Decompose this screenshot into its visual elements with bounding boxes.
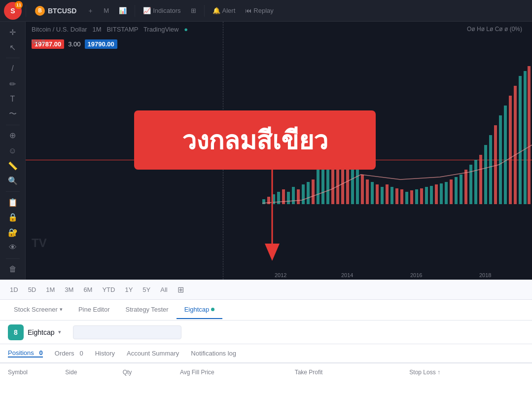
- year-2014: 2014: [341, 272, 353, 278]
- tab-eightcap-label: Eightcap: [184, 306, 210, 313]
- broker-search-input[interactable]: [73, 325, 181, 339]
- period-1y[interactable]: 1Y: [121, 284, 137, 295]
- timeframe-label: M: [104, 7, 109, 14]
- svg-rect-27: [395, 188, 398, 204]
- trash-tool[interactable]: 🗑: [4, 262, 22, 276]
- svg-rect-25: [386, 184, 389, 204]
- pattern-tool[interactable]: 〜: [4, 107, 22, 121]
- apps-button[interactable]: ⊞: [187, 5, 200, 16]
- column-headers: Symbol Side Qty Avg Fill Price Take Prof…: [0, 363, 532, 381]
- svg-rect-18: [351, 165, 354, 204]
- tab-eightcap[interactable]: Eightcap: [177, 301, 223, 319]
- indicators-button[interactable]: 📈 Indicators: [139, 5, 184, 16]
- tab-stock-screener[interactable]: Stock Screener ▾: [6, 301, 71, 319]
- tab-pine-editor-label: Pine Editor: [78, 306, 110, 313]
- orders-count: 0: [79, 350, 83, 357]
- broker-bar: 8 Eightcap ▾: [0, 321, 532, 344]
- tab-stock-screener-dropdown[interactable]: ▾: [60, 306, 63, 313]
- svg-rect-51: [514, 86, 517, 204]
- positions-tab[interactable]: Positions 0: [8, 349, 43, 357]
- svg-rect-40: [460, 175, 462, 204]
- tv-watermark: TV: [32, 236, 47, 250]
- period-ytd[interactable]: YTD: [98, 284, 119, 295]
- indicators-label: Indicators: [153, 7, 180, 14]
- draw-tool[interactable]: ✏: [4, 77, 22, 91]
- period-1m[interactable]: 1M: [42, 284, 59, 295]
- broker-name: Eightcap: [28, 328, 54, 336]
- add-symbol-button[interactable]: ＋: [83, 4, 98, 17]
- timeframe-button[interactable]: M: [100, 5, 113, 16]
- sidebar-divider-2: [6, 125, 20, 125]
- replay-button[interactable]: ⏮ Replay: [241, 5, 277, 16]
- alert-icon: 🔔: [213, 7, 220, 14]
- alert-label: Alert: [222, 7, 236, 14]
- svg-rect-48: [499, 115, 502, 204]
- svg-rect-53: [524, 71, 527, 204]
- zoom-in-tool[interactable]: 🔍: [4, 175, 22, 188]
- period-5d[interactable]: 5D: [24, 284, 40, 295]
- svg-marker-56: [265, 244, 280, 261]
- notifications-tab[interactable]: Notifications log: [191, 350, 236, 357]
- volume-label: Vol 0: [32, 38, 45, 45]
- ohlc-display: Oø Hø Lø Cø ø (0%): [467, 26, 522, 33]
- svg-rect-24: [381, 187, 384, 204]
- positions-bar: Positions 0 Orders 0 History Account Sum…: [0, 344, 532, 363]
- arrow-tool[interactable]: ↖: [4, 41, 22, 54]
- emoji-tool[interactable]: ☺: [4, 144, 22, 157]
- trend-line-tool[interactable]: /: [4, 62, 22, 75]
- orders-tab[interactable]: Orders 0: [55, 350, 83, 357]
- watchlist-tool[interactable]: 📋: [4, 196, 22, 209]
- crosshair-tool[interactable]: ✛: [4, 26, 22, 39]
- chart-container[interactable]: Bitcoin / U.S. Dollar 1M BITSTAMP Tradin…: [26, 22, 532, 280]
- chart-type-button[interactable]: 📊: [115, 5, 131, 16]
- lock2-tool[interactable]: 🔐: [4, 226, 22, 239]
- broker-dropdown-icon[interactable]: ▾: [58, 329, 61, 335]
- svg-rect-54: [528, 66, 531, 204]
- logo-button[interactable]: S 11: [4, 2, 22, 20]
- bottom-panel: 1D 5D 1M 3M 6M YTD 1Y 5Y All ⊞ Stock Scr…: [0, 280, 532, 393]
- account-summary-label: Account Summary: [127, 350, 179, 357]
- svg-rect-23: [376, 184, 379, 204]
- svg-rect-50: [509, 96, 512, 204]
- year-2012: 2012: [275, 272, 286, 278]
- svg-rect-22: [371, 182, 374, 204]
- chart-type-icon: 📊: [119, 7, 127, 14]
- lock-tool[interactable]: 🔒: [4, 211, 22, 224]
- annotation-text: วงกลมสีเขียว: [182, 120, 328, 161]
- svg-rect-43: [474, 160, 477, 204]
- period-all[interactable]: All: [156, 284, 171, 295]
- time-period-bar: 1D 5D 1M 3M 6M YTD 1Y 5Y All ⊞: [0, 280, 532, 300]
- period-1d[interactable]: 1D: [6, 284, 22, 295]
- text-tool[interactable]: T: [4, 92, 22, 106]
- left-sidebar: ✛ ↖ / ✏ T 〜 ⊕ ☺ 📏 🔍 📋 🔒 🔐 👁 🗑: [0, 22, 26, 280]
- tab-strategy-tester[interactable]: Strategy Tester: [117, 301, 176, 319]
- sidebar-divider-1: [6, 58, 20, 58]
- period-5y[interactable]: 5Y: [139, 284, 154, 295]
- eye-tool[interactable]: 👁: [4, 241, 22, 254]
- svg-rect-9: [307, 182, 310, 204]
- svg-rect-6: [292, 187, 295, 204]
- measure-tool[interactable]: ⊕: [4, 129, 22, 143]
- svg-rect-30: [410, 190, 413, 204]
- period-6m[interactable]: 6M: [79, 284, 96, 295]
- svg-rect-11: [317, 170, 319, 204]
- ruler-tool[interactable]: 📏: [4, 159, 22, 173]
- symbol-button[interactable]: B BTCUSD: [30, 4, 81, 18]
- svg-rect-39: [455, 177, 458, 204]
- tab-pine-editor[interactable]: Pine Editor: [71, 301, 118, 319]
- period-3m[interactable]: 3M: [61, 284, 77, 295]
- svg-rect-7: [297, 189, 300, 204]
- time-settings-icon[interactable]: ⊞: [177, 285, 184, 294]
- svg-rect-19: [356, 170, 359, 204]
- svg-rect-46: [489, 135, 492, 204]
- history-tab[interactable]: History: [95, 350, 115, 357]
- indicators-icon: 📈: [143, 7, 151, 14]
- eightcap-dot: [211, 308, 214, 311]
- orders-label: Orders: [55, 350, 74, 357]
- svg-rect-36: [440, 183, 443, 204]
- svg-rect-20: [361, 175, 364, 204]
- svg-rect-38: [450, 179, 453, 204]
- col-avg-fill: Avg Fill Price: [180, 369, 295, 376]
- alert-button[interactable]: 🔔 Alert: [209, 5, 240, 16]
- account-summary-tab[interactable]: Account Summary: [127, 350, 179, 357]
